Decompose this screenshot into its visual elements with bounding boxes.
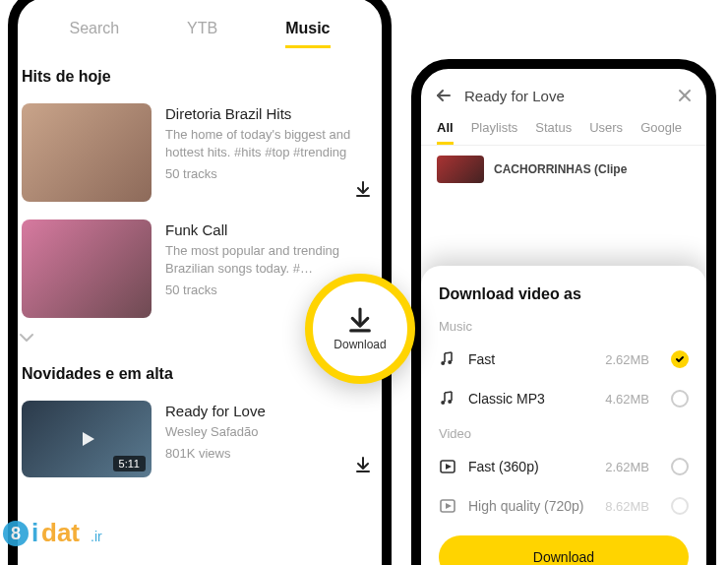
- group-label-music: Music: [439, 319, 689, 334]
- option-size: 2.62MB: [605, 460, 649, 474]
- radio-unselected[interactable]: [671, 390, 689, 408]
- radio-selected[interactable]: [671, 350, 689, 368]
- filter-tabs: All Playlists Status Users Google: [421, 116, 706, 146]
- playlist-thumb: [22, 220, 152, 318]
- tab-ytb[interactable]: YTB: [187, 20, 217, 48]
- svg-point-12: [441, 401, 445, 405]
- section-hits-title: Hits de hoje: [18, 56, 382, 95]
- watermark-logo: 8 i dat .ir: [2, 506, 120, 561]
- radio-unselected[interactable]: [671, 458, 689, 475]
- svg-point-11: [448, 360, 452, 364]
- video-play-icon: [439, 497, 456, 515]
- top-tabs: Search YTB Music: [18, 0, 382, 56]
- svg-text:i: i: [31, 518, 38, 547]
- playlist-subtitle: The most popular and trending Brazilian …: [165, 242, 378, 277]
- option-size: 2.62MB: [605, 352, 649, 367]
- playlist-title: Diretoria Brazil Hits: [165, 105, 378, 122]
- svg-text:dat: dat: [41, 518, 80, 547]
- video-title: Ready for Love: [165, 403, 378, 419]
- video-card[interactable]: 5:11 Ready for Love Wesley Safadão 801K …: [18, 393, 382, 487]
- radio-unselected[interactable]: [671, 497, 689, 515]
- option-size: 8.62MB: [605, 499, 649, 514]
- download-icon: [346, 306, 374, 334]
- header-title: Ready for Love: [464, 88, 665, 104]
- download-option[interactable]: Classic MP3 4.62MB: [439, 379, 689, 418]
- playlist-thumb: [22, 103, 152, 202]
- option-label: Fast: [468, 351, 593, 367]
- header: Ready for Love: [421, 69, 706, 116]
- option-label: High quality (720p): [468, 498, 593, 514]
- svg-point-13: [448, 400, 452, 404]
- svg-text:.ir: .ir: [91, 529, 102, 544]
- svg-marker-17: [446, 503, 452, 509]
- download-option[interactable]: Fast (360p) 2.62MB: [439, 447, 689, 486]
- close-icon[interactable]: [677, 88, 693, 103]
- video-play-icon: [439, 458, 456, 475]
- filter-tab-google[interactable]: Google: [640, 120, 682, 135]
- tab-music[interactable]: Music: [285, 20, 330, 48]
- phone-right: Ready for Love All Playlists Status User…: [411, 59, 716, 565]
- filter-tab-all[interactable]: All: [437, 120, 454, 135]
- download-callout: Download: [305, 274, 415, 384]
- back-icon[interactable]: [435, 87, 453, 104]
- download-icon[interactable]: [352, 178, 374, 200]
- filter-tab-status[interactable]: Status: [535, 120, 572, 135]
- filter-tab-playlists[interactable]: Playlists: [471, 120, 518, 135]
- download-icon[interactable]: [352, 454, 374, 475]
- svg-point-10: [441, 361, 445, 365]
- result-title: CACHORRINHAS (Clipe: [494, 162, 627, 176]
- playlist-title: Funk Call: [165, 221, 378, 238]
- result-thumb: [437, 156, 484, 183]
- playlist-track-count: 50 tracks: [165, 166, 378, 181]
- option-label: Classic MP3: [468, 391, 593, 407]
- svg-text:8: 8: [11, 524, 21, 543]
- download-option[interactable]: Fast 2.62MB: [439, 340, 689, 379]
- download-sheet: Download video as Music Fast 2.62MB Clas…: [421, 266, 706, 565]
- filter-tab-users[interactable]: Users: [589, 120, 623, 135]
- video-duration-badge: 5:11: [113, 456, 146, 471]
- download-callout-label: Download: [334, 338, 386, 351]
- music-note-icon: [439, 350, 456, 368]
- svg-marker-4: [83, 432, 94, 446]
- result-peek: CACHORRINHAS (Clipe: [421, 146, 706, 187]
- download-option[interactable]: High quality (720p) 8.62MB: [439, 486, 689, 526]
- playlist-subtitle: The home of today's biggest and hottest …: [165, 126, 378, 160]
- option-label: Fast (360p): [468, 459, 593, 474]
- download-button[interactable]: Download: [439, 535, 689, 565]
- music-note-icon: [439, 390, 456, 408]
- tab-search[interactable]: Search: [69, 20, 119, 48]
- video-thumb: 5:11: [22, 401, 152, 477]
- playlist-card[interactable]: Diretoria Brazil Hits The home of today'…: [18, 95, 382, 212]
- video-artist: Wesley Safadão: [165, 423, 378, 441]
- sheet-title: Download video as: [439, 285, 689, 303]
- video-views: 801K views: [165, 445, 378, 463]
- svg-marker-15: [446, 464, 452, 470]
- group-label-video: Video: [439, 426, 689, 441]
- option-size: 4.62MB: [605, 392, 649, 407]
